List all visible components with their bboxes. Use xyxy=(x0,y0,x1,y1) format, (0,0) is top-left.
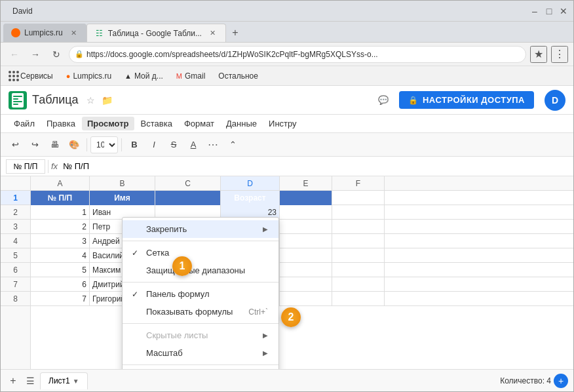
cell-a2[interactable]: 1 xyxy=(31,205,90,220)
cell-f4[interactable] xyxy=(332,234,385,248)
dropdown-item-fullscreen[interactable]: Полный экран xyxy=(123,368,278,369)
cell-a7[interactable]: 6 xyxy=(31,277,90,292)
row-num-8[interactable]: 8 xyxy=(1,292,30,306)
menu-format[interactable]: Формат xyxy=(179,117,220,130)
row-num-3[interactable]: 3 xyxy=(1,220,30,234)
cell-a3[interactable]: 2 xyxy=(31,220,90,234)
tab-lumpics-close[interactable]: ✕ xyxy=(69,28,79,37)
print-button[interactable]: 🖶 xyxy=(45,136,64,154)
share-button[interactable]: 🔒 НАСТРОЙКИ ДОСТУПА xyxy=(399,91,534,109)
sheet-tab-1[interactable]: Лист1 ▼ xyxy=(40,372,88,389)
tab-lumpics[interactable]: Lumpics.ru ✕ xyxy=(3,24,86,42)
row-num-5[interactable]: 5 xyxy=(1,248,30,263)
lumpics-favicon xyxy=(11,28,20,37)
col-header-e[interactable]: E xyxy=(280,176,332,190)
tab-sheets[interactable]: ☷ Таблица - Google Табли... ✕ xyxy=(86,24,226,42)
maximize-button[interactable]: □ xyxy=(545,7,554,16)
cell-a5[interactable]: 4 xyxy=(31,248,90,263)
row-num-6[interactable]: 6 xyxy=(1,263,30,277)
browser-menu-button[interactable]: ⋮ xyxy=(551,46,568,63)
menu-edit[interactable]: Правка xyxy=(41,117,81,130)
paint-format-button[interactable]: 🎨 xyxy=(65,136,83,154)
reload-button[interactable]: ↻ xyxy=(48,46,65,63)
col-header-b[interactable]: B xyxy=(90,176,155,190)
row-num-1[interactable]: 1 xyxy=(1,191,30,205)
extensions-button[interactable]: ★ xyxy=(530,46,547,63)
dropdown-item-grid[interactable]: Сетка xyxy=(123,244,278,262)
cell-a8[interactable]: 7 xyxy=(31,292,90,306)
cell-d1[interactable]: Возраст xyxy=(221,191,280,205)
menu-tools[interactable]: Инстру xyxy=(263,117,302,130)
apps-button[interactable]: Сервисы xyxy=(6,69,56,83)
explore-button[interactable]: + xyxy=(554,374,568,388)
doc-folder-icon[interactable]: 📁 xyxy=(102,95,113,106)
formula-input[interactable] xyxy=(60,161,568,171)
cell-e7[interactable] xyxy=(280,277,332,292)
col-header-d[interactable]: D xyxy=(221,176,280,190)
more-formats-button[interactable]: ⋯ xyxy=(204,136,222,154)
cell-f7[interactable] xyxy=(332,277,385,292)
cell-e4[interactable] xyxy=(280,234,332,248)
dropdown-item-freeze[interactable]: Закрепить xyxy=(123,220,278,238)
cell-f6[interactable] xyxy=(332,263,385,277)
cell-e5[interactable] xyxy=(280,248,332,263)
bookmark-gmail[interactable]: M Gmail xyxy=(174,70,208,82)
menu-view[interactable]: Просмотр xyxy=(82,117,134,130)
underline-button[interactable]: A xyxy=(184,136,202,154)
cell-a4[interactable]: 3 xyxy=(31,234,90,248)
close-button[interactable]: ✕ xyxy=(559,7,568,16)
italic-button[interactable]: I xyxy=(145,136,163,154)
address-input-container[interactable]: 🔒 https://docs.google.com/spreadsheets/d… xyxy=(69,46,526,63)
collapse-button[interactable]: ⌃ xyxy=(223,136,242,154)
undo-button[interactable]: ↩ xyxy=(6,136,24,154)
new-tab-button[interactable]: + xyxy=(226,24,244,42)
user-avatar[interactable]: D xyxy=(545,90,565,111)
bookmark-lumpics[interactable]: ● Lumpics.ru xyxy=(64,70,114,82)
dropdown-item-show-formulas[interactable]: Показывать формулы Ctrl+` xyxy=(123,303,278,321)
cell-f5[interactable] xyxy=(332,248,385,263)
redo-button[interactable]: ↪ xyxy=(26,136,44,154)
cell-e1[interactable] xyxy=(280,191,332,205)
cell-b1[interactable]: Имя xyxy=(90,191,155,205)
dropdown-item-zoom[interactable]: Масштаб xyxy=(123,344,278,362)
sheet-menu-button[interactable]: ☰ xyxy=(23,374,37,388)
cell-e8[interactable] xyxy=(280,292,332,306)
strikethrough-button[interactable]: S xyxy=(164,136,183,154)
menu-data[interactable]: Данные xyxy=(221,117,262,130)
col-header-a[interactable]: A xyxy=(31,176,90,190)
cell-a6[interactable]: 5 xyxy=(31,263,90,277)
back-button[interactable]: ← xyxy=(6,46,23,63)
cell-f1[interactable] xyxy=(332,191,385,205)
bookmark-other[interactable]: Остальное xyxy=(216,70,261,82)
comment-button[interactable]: 💬 xyxy=(373,90,394,111)
cell-reference-input[interactable] xyxy=(6,159,45,174)
tab-sheets-close[interactable]: ✕ xyxy=(208,29,218,38)
bookmark-drive[interactable]: ▲ Мой д... xyxy=(122,70,166,82)
table-row: 4 Василий 19 xyxy=(31,248,573,263)
col-header-c[interactable]: C xyxy=(155,176,221,190)
forward-button[interactable]: → xyxy=(27,46,44,63)
minimize-button[interactable]: – xyxy=(530,7,539,16)
doc-star-icon[interactable]: ☆ xyxy=(86,95,95,106)
cell-c1[interactable] xyxy=(155,191,221,205)
row-num-7[interactable]: 7 xyxy=(1,277,30,292)
dropdown-item-protected-ranges[interactable]: Защищенные диапазоны xyxy=(123,262,278,279)
cell-f2[interactable] xyxy=(332,205,385,220)
cell-e2[interactable] xyxy=(280,205,332,220)
row-num-2[interactable]: 2 xyxy=(1,205,30,220)
menu-file[interactable]: Файл xyxy=(9,117,40,130)
col-header-f[interactable]: F xyxy=(332,176,385,190)
menu-insert[interactable]: Вставка xyxy=(136,117,178,130)
cell-f8[interactable] xyxy=(332,292,385,306)
dropdown-item-formula-bar[interactable]: Панель формул xyxy=(123,285,278,303)
sheets-logo xyxy=(9,91,27,109)
cell-e3[interactable] xyxy=(280,220,332,234)
freeze-label: Закрепить xyxy=(146,224,187,234)
cell-e6[interactable] xyxy=(280,263,332,277)
font-size-select[interactable]: 10 xyxy=(90,136,118,153)
add-sheet-button[interactable]: + xyxy=(6,374,20,388)
bold-button[interactable]: B xyxy=(125,136,144,154)
row-num-4[interactable]: 4 xyxy=(1,234,30,248)
cell-f3[interactable] xyxy=(332,220,385,234)
cell-a1[interactable]: № П/П xyxy=(31,191,90,205)
